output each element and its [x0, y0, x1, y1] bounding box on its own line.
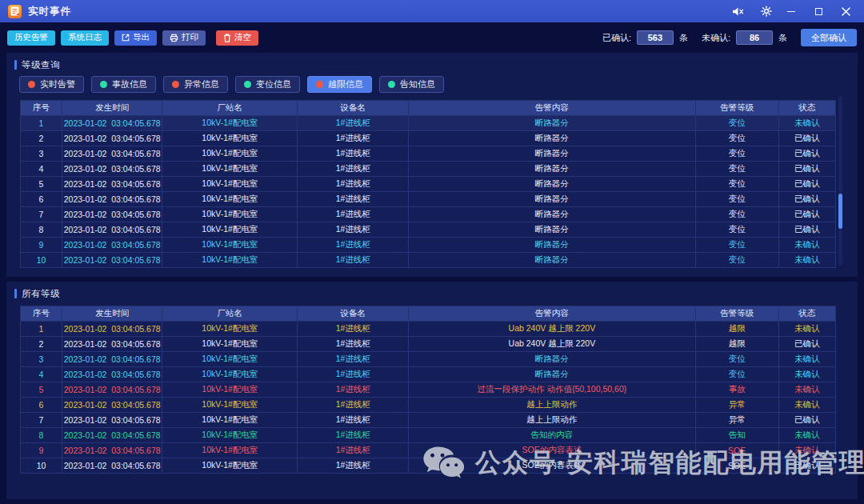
cell-time: 2023-01-02 03:04:05.678 [62, 146, 162, 162]
confirm-all-button[interactable]: 全部确认 [801, 29, 857, 46]
section-marker [14, 289, 17, 298]
cell-no: 8 [21, 428, 62, 443]
all-levels-table-wrap: 序号发生时间厂站名设备名告警内容告警等级状态12023-01-02 03:04:… [6, 301, 858, 474]
cell-device: 1#进线柜 [298, 146, 409, 162]
cell-time: 2023-01-02 03:04:05.678 [62, 443, 162, 458]
cell-content: 告知的内容 [409, 428, 696, 443]
column-header: 告警内容 [409, 101, 696, 116]
cell-no: 7 [21, 413, 62, 428]
unconfirmed-count-field[interactable]: 86 [736, 30, 773, 45]
maximize-icon [815, 8, 822, 15]
table-row[interactable]: 102023-01-02 03:04:05.67810kV-1#配电室1#进线柜… [21, 458, 836, 474]
cell-time: 2023-01-02 03:04:05.678 [62, 367, 162, 382]
toolbar: 历史告警 系统日志 导出 打印 清空 已确认: 563 条 未确认: 86 条 … [0, 22, 864, 53]
cell-level: 变位 [695, 367, 778, 382]
table-row[interactable]: 92023-01-02 03:04:05.67810kV-1#配电室1#进线柜S… [21, 443, 836, 458]
filter-button-4[interactable]: 变位信息 [235, 76, 300, 93]
cell-status: 未确认 [778, 398, 835, 413]
table-row[interactable]: 72023-01-02 03:04:05.67810kV-1#配电室1#进线柜越… [21, 413, 836, 428]
cell-level: 变位 [695, 146, 778, 162]
table-row[interactable]: 32023-01-02 03:04:05.67810kV-1#配电室1#进线柜断… [21, 352, 836, 367]
scrollbar-track[interactable] [838, 96, 842, 266]
maximize-button[interactable] [808, 3, 829, 19]
table-row[interactable]: 32023-01-02 03:04:05.67810kV-1#配电室1#进线柜断… [21, 146, 836, 162]
close-button[interactable] [835, 3, 856, 19]
table-row[interactable]: 42023-01-02 03:04:05.67810kV-1#配电室1#进线柜断… [21, 162, 836, 177]
cell-station: 10kV-1#配电室 [162, 162, 298, 177]
table-row[interactable]: 62023-01-02 03:04:05.67810kV-1#配电室1#进线柜越… [21, 398, 836, 413]
cell-device: 1#进线柜 [298, 398, 409, 413]
cell-level: 变位 [695, 253, 778, 268]
table-row[interactable]: 82023-01-02 03:04:05.67810kV-1#配电室1#进线柜告… [21, 428, 836, 443]
table-row[interactable]: 12023-01-02 03:04:05.67810kV-1#配电室1#进线柜U… [21, 322, 836, 337]
scrollbar-thumb[interactable] [838, 194, 842, 229]
cell-device: 1#进线柜 [298, 413, 409, 428]
cell-status: 未确认 [778, 382, 835, 398]
button-label: 系统日志 [68, 32, 102, 43]
cell-content: 断路器分 [409, 207, 696, 222]
cell-content: 断路器分 [409, 222, 696, 238]
table-row[interactable]: 52023-01-02 03:04:05.67810kV-1#配电室1#进线柜过… [21, 382, 836, 398]
cell-time: 2023-01-02 03:04:05.678 [62, 428, 162, 443]
level-query-panel: 等级查询 实时告警事故信息异常信息变位信息越限信息告知信息 序号发生时间厂站名设… [6, 53, 858, 277]
cell-content: 断路器分 [409, 192, 696, 207]
filter-button-5[interactable]: 越限信息 [307, 76, 372, 93]
cell-level: 事故 [695, 382, 778, 398]
cell-time: 2023-01-02 03:04:05.678 [62, 222, 162, 238]
cell-status: 已确认 [778, 146, 835, 162]
cell-status: 已确认 [778, 177, 835, 192]
cell-level: 异常 [695, 398, 778, 413]
cell-content: 断路器分 [409, 162, 696, 177]
column-header: 发生时间 [62, 101, 162, 116]
system-log-button[interactable]: 系统日志 [61, 30, 109, 46]
table-row[interactable]: 92023-01-02 03:04:05.67810kV-1#配电室1#进线柜断… [21, 238, 836, 253]
export-button[interactable]: 导出 [114, 30, 157, 46]
cell-time: 2023-01-02 03:04:05.678 [62, 322, 162, 337]
table-row[interactable]: 52023-01-02 03:04:05.67810kV-1#配电室1#进线柜断… [21, 177, 836, 192]
muted-speaker-icon[interactable] [730, 3, 746, 19]
table-row[interactable]: 82023-01-02 03:04:05.67810kV-1#配电室1#进线柜断… [21, 222, 836, 238]
table-row[interactable]: 22023-01-02 03:04:05.67810kV-1#配电室1#进线柜U… [21, 337, 836, 352]
filter-label: 实时告警 [40, 78, 75, 90]
table-row[interactable]: 12023-01-02 03:04:05.67810kV-1#配电室1#进线柜断… [21, 116, 836, 131]
cell-content: SOE的内容表述 [409, 458, 696, 474]
filter-button-1[interactable]: 实时告警 [19, 76, 84, 93]
cell-device: 1#进线柜 [298, 177, 409, 192]
cell-time: 2023-01-02 03:04:05.678 [62, 413, 162, 428]
section-title: 所有等级 [22, 288, 60, 300]
cell-station: 10kV-1#配电室 [162, 382, 298, 398]
cell-status: 已确认 [778, 162, 835, 177]
filter-label: 越限信息 [328, 78, 363, 90]
minimize-button[interactable] [781, 3, 802, 19]
cell-level: 越限 [695, 322, 778, 337]
history-alarm-button[interactable]: 历史告警 [7, 30, 55, 46]
clear-button[interactable]: 清空 [216, 30, 258, 46]
filter-button-6[interactable]: 告知信息 [379, 76, 444, 93]
print-button[interactable]: 打印 [162, 30, 206, 46]
confirm-summary: 已确认: 563 条 未确认: 86 条 全部确认 [602, 29, 857, 46]
window-title: 实时事件 [28, 5, 71, 18]
cell-level: SOE [695, 443, 778, 458]
cell-content: 断路器分 [409, 131, 696, 146]
table-row[interactable]: 102023-01-02 03:04:05.67810kV-1#配电室1#进线柜… [21, 253, 836, 268]
table-row[interactable]: 62023-01-02 03:04:05.67810kV-1#配电室1#进线柜断… [21, 192, 836, 207]
header-row: 序号发生时间厂站名设备名告警内容告警等级状态 [21, 101, 836, 116]
cell-level: 变位 [695, 177, 778, 192]
table-row[interactable]: 22023-01-02 03:04:05.67810kV-1#配电室1#进线柜断… [21, 131, 836, 146]
cell-content: 断路器分 [409, 352, 696, 367]
cell-no: 6 [21, 192, 62, 207]
table-row[interactable]: 42023-01-02 03:04:05.67810kV-1#配电室1#进线柜断… [21, 367, 836, 382]
filter-button-2[interactable]: 事故信息 [91, 76, 156, 93]
cell-no: 1 [21, 116, 62, 131]
table-row[interactable]: 72023-01-02 03:04:05.67810kV-1#配电室1#进线柜断… [21, 207, 836, 222]
cell-device: 1#进线柜 [298, 222, 409, 238]
cell-device: 1#进线柜 [298, 352, 409, 367]
cell-device: 1#进线柜 [298, 367, 409, 382]
header-row: 序号发生时间厂站名设备名告警内容告警等级状态 [21, 306, 836, 322]
filter-button-3[interactable]: 异常信息 [163, 76, 228, 93]
cell-status: 未确认 [778, 116, 835, 131]
cell-station: 10kV-1#配电室 [162, 458, 298, 474]
confirmed-count-field[interactable]: 563 [637, 30, 674, 45]
gear-icon[interactable] [758, 3, 774, 19]
cell-device: 1#进线柜 [298, 322, 409, 337]
